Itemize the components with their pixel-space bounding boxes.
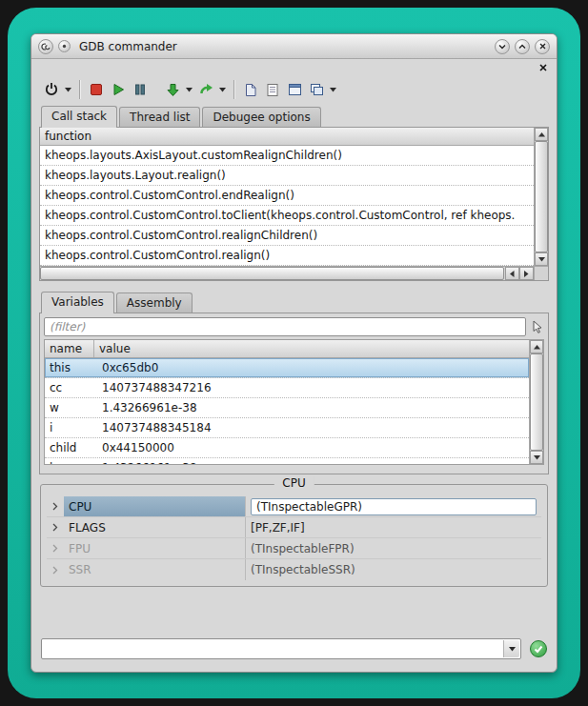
cpu-register-row[interactable]: CPU (TInspectableGPR) (47, 496, 541, 517)
callstack-vertical-scrollbar (534, 128, 548, 266)
command-combobox[interactable] (41, 638, 521, 659)
register-group-name[interactable]: FLAGS (64, 517, 245, 537)
inspector-icon[interactable] (306, 78, 327, 101)
filter-action-icon[interactable] (531, 320, 544, 333)
callstack-tabbar: Call stack Thread list Debugee options (39, 105, 549, 127)
dock-header (39, 61, 549, 74)
command-bar (39, 637, 549, 660)
step-into-dropdown-icon[interactable] (184, 78, 194, 101)
callstack-table: function kheops.layouts.AxisLayout.custo… (40, 128, 548, 280)
callstack-column-header: function (40, 128, 548, 146)
callstack-row[interactable]: kheops.layouts.Layout.realign() (40, 166, 534, 186)
window-title: GDB commander (79, 40, 177, 53)
callstack-row[interactable]: kheops.control.CustomControl.realignChil… (40, 226, 534, 246)
cpu-register-row[interactable]: FPU (TInspectableFPR) (47, 538, 541, 559)
variable-row[interactable]: child 0x44150000 (45, 438, 529, 458)
scroll-up-icon[interactable] (530, 340, 543, 353)
filter-input[interactable] (44, 317, 526, 336)
cpu-groupbox: CPU CPU (TInspectableGPR) FLAGS [PF,Z (40, 484, 548, 587)
variable-value: 1.43266961e-38 (94, 458, 529, 464)
tab-call-stack[interactable]: Call stack (41, 106, 117, 128)
command-input[interactable] (46, 640, 501, 657)
name-column-header: name (45, 340, 94, 357)
variable-name: w (45, 398, 94, 417)
scroll-down-icon[interactable] (530, 451, 543, 464)
variables-vertical-scrollbar (529, 340, 543, 464)
variables-rows: this 0xc65db0 cc 140737488347216 w 1.432… (45, 358, 529, 464)
callstack-row[interactable]: kheops.control.CustomControl.realign() (40, 246, 534, 266)
scroll-right-icon[interactable] (519, 267, 534, 280)
cpu-groupbox-title: CPU (274, 476, 314, 490)
callstack-row[interactable]: kheops.control.CustomControl.toClient(kh… (40, 206, 534, 226)
callstack-row[interactable]: kheops.layouts.AxisLayout.customRealignC… (40, 146, 534, 166)
scroll-up-icon[interactable] (535, 128, 548, 141)
variable-value: 1.43266961e-38 (94, 398, 529, 417)
continue-button[interactable] (195, 78, 216, 101)
variables-header: name value (45, 340, 529, 358)
variable-row[interactable]: w 1.43266961e-38 (45, 398, 529, 418)
power-dropdown-icon[interactable] (63, 78, 73, 101)
call-list-icon[interactable] (262, 78, 283, 101)
source-document-icon[interactable] (240, 78, 261, 101)
execute-button[interactable] (530, 640, 547, 657)
variables-panel: name value this 0xc65db0 cc 140737488347… (39, 313, 549, 474)
power-button[interactable] (41, 78, 62, 101)
register-group-value: [PF,ZF,IF] (245, 517, 541, 537)
variable-value: 140737488345184 (94, 418, 529, 437)
expand-chevron-icon[interactable] (47, 538, 64, 558)
tab-assembly[interactable]: Assembly (116, 292, 193, 313)
variable-value: 140737488347216 (94, 378, 529, 397)
app-icon (38, 39, 53, 54)
cpu-register-row[interactable]: FLAGS [PF,ZF,IF] (47, 517, 541, 538)
variable-name: b (45, 458, 94, 464)
variable-row[interactable]: this 0xc65db0 (45, 358, 529, 378)
menu-icon[interactable] (58, 40, 71, 52)
register-value-field[interactable]: (TInspectableGPR) (251, 498, 537, 515)
decorative-frame: GDB commander (8, 8, 580, 698)
value-column-header: value (94, 340, 529, 357)
pause-button[interactable] (130, 78, 151, 101)
callstack-row[interactable]: kheops.control.CustomControl.endRealign(… (40, 186, 534, 206)
minimize-button[interactable] (495, 39, 510, 54)
scroll-down-icon[interactable] (535, 252, 548, 266)
expand-chevron-icon[interactable] (47, 496, 64, 516)
dock-close-icon[interactable] (539, 64, 547, 71)
gdb-commander-window: GDB commander (30, 33, 558, 673)
debug-console-icon[interactable] (284, 78, 305, 101)
cpu-register-row[interactable]: SSR (TInspectableSSR) (47, 559, 541, 580)
tab-thread-list[interactable]: Thread list (119, 107, 200, 127)
scrollbar-thumb[interactable] (535, 141, 548, 252)
register-group-name[interactable]: CPU (64, 496, 245, 516)
register-group-name[interactable]: FPU (64, 538, 245, 558)
variables-table: name value this 0xc65db0 cc 140737488347… (44, 339, 544, 465)
variable-row[interactable]: b 1.43266961e-38 (45, 458, 529, 464)
variable-value: 0x44150000 (94, 438, 529, 457)
step-into-button[interactable] (162, 78, 183, 101)
filter-row (40, 313, 548, 339)
callstack-panel: function kheops.layouts.AxisLayout.custo… (39, 127, 549, 281)
register-group-value: (TInspectableFPR) (245, 538, 541, 558)
dock-area: Call stack Thread list Debugee options f… (31, 59, 557, 672)
inspector-dropdown-icon[interactable] (328, 78, 338, 101)
variable-row[interactable]: cc 140737488347216 (45, 378, 529, 398)
close-button[interactable] (535, 39, 550, 54)
combobox-dropdown-icon[interactable] (503, 640, 519, 657)
scrollbar-thumb[interactable] (40, 267, 504, 280)
title-bar: GDB commander (31, 34, 557, 59)
tab-variables[interactable]: Variables (41, 292, 114, 313)
callstack-rows: kheops.layouts.AxisLayout.customRealignC… (40, 146, 534, 266)
maximize-button[interactable] (515, 39, 530, 54)
variable-name: child (45, 438, 94, 457)
tab-debugee-options[interactable]: Debugee options (202, 107, 320, 127)
stop-button[interactable] (86, 78, 107, 101)
scroll-left-icon[interactable] (505, 267, 519, 280)
scrollbar-corner (534, 266, 548, 280)
callstack-horizontal-scrollbar (40, 266, 534, 280)
scrollbar-thumb[interactable] (530, 353, 543, 451)
continue-dropdown-icon[interactable] (217, 78, 228, 101)
register-group-name[interactable]: SSR (64, 559, 245, 580)
expand-chevron-icon[interactable] (47, 559, 64, 580)
expand-chevron-icon[interactable] (47, 517, 64, 537)
run-button[interactable] (108, 78, 129, 101)
variable-row[interactable]: i 140737488345184 (45, 418, 529, 438)
